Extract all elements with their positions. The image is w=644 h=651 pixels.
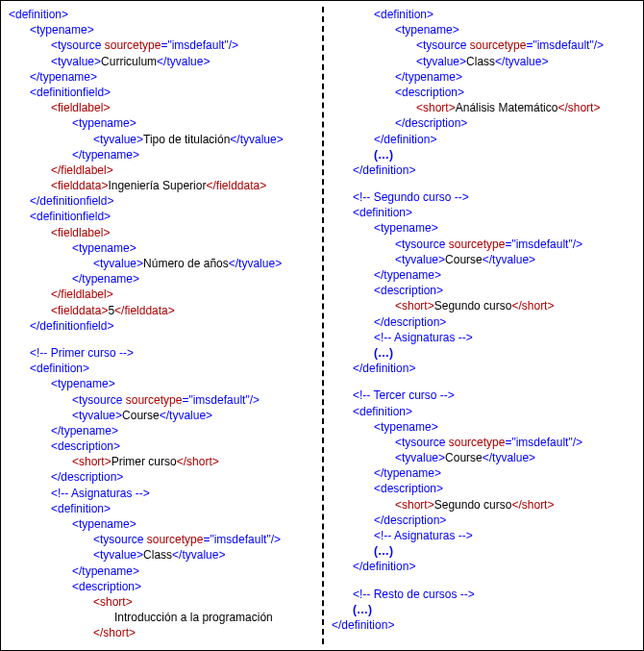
xml-text-intro-prog: Introducción a la programación (114, 610, 314, 625)
xml-comment-segundo: <!-- Segundo curso --> (353, 189, 635, 205)
xml-fielddata-1: <fielddata>Ingeniería Superior</fielddat… (51, 178, 314, 193)
xml-open-description: <description> (72, 579, 314, 594)
xml-open-definition: <definition> (30, 361, 314, 376)
xml-tysource: <tysource sourcetype="imsdefault"/> (72, 392, 314, 408)
xml-tyvalue-field2: <tyvalue>Número de años</tyvalue> (93, 256, 314, 271)
xml-short-tercer: <short>Segundo curso</short> (395, 497, 635, 513)
xml-open-description: <description> (51, 438, 314, 454)
ellipsis: (…) (374, 543, 635, 559)
ellipsis: (…) (374, 147, 635, 163)
xml-open-description: <description> (374, 481, 635, 496)
xml-close-typename: </typename> (72, 563, 314, 579)
xml-comment-resto: <!-- Resto de cursos --> (353, 587, 635, 602)
xml-open-definition: <definition> (353, 205, 635, 220)
xml-open-fieldlabel: <fieldlabel> (51, 225, 314, 240)
xml-comment-primer: <!-- Primer curso --> (30, 345, 314, 361)
ellipsis: (…) (353, 602, 635, 617)
xml-close-typename: </typename> (395, 69, 635, 85)
left-column: <definition> <typename> <tysource source… (9, 7, 322, 644)
xml-tyvalue-course: <tyvalue>Course</tyvalue> (395, 252, 635, 267)
xml-close-description: </description> (374, 513, 635, 528)
xml-close-definition: </definition> (332, 617, 635, 633)
xml-close-definition: </definition> (374, 132, 635, 147)
xml-close-description: </description> (374, 314, 635, 330)
xml-code-document: <definition> <typename> <tysource source… (0, 0, 644, 651)
xml-open-definitionfield: <definitionfield> (30, 85, 314, 100)
xml-tysource: <tysource sourcetype="imsdefault"/> (51, 38, 314, 53)
xml-open-description: <description> (374, 283, 635, 298)
xml-tysource: <tysource sourcetype="imsdefault"/> (416, 38, 635, 53)
xml-close-typename: </typename> (30, 69, 314, 85)
xml-comment-asignaturas: <!-- Asignaturas --> (51, 486, 314, 501)
xml-close-definitionfield: </definitionfield> (30, 193, 314, 209)
columns: <definition> <typename> <tysource source… (9, 7, 635, 644)
xml-open-definition: <definition> (353, 404, 635, 419)
xml-open-typename: <typename> (72, 516, 314, 532)
xml-tyvalue-course: <tyvalue>Course</tyvalue> (395, 450, 635, 465)
xml-close-fieldlabel: </fieldlabel> (51, 163, 314, 178)
xml-open-typename: <typename> (72, 240, 314, 256)
xml-open-typename: <typename> (51, 376, 314, 391)
xml-fielddata-2: <fielddata>5</fielddata> (51, 303, 314, 318)
xml-tyvalue-class: <tyvalue>Class</tyvalue> (93, 547, 314, 563)
xml-open-description: <description> (395, 85, 635, 100)
xml-comment-tercer: <!-- Tercer curso --> (353, 388, 635, 403)
xml-open-typename: <typename> (395, 22, 635, 38)
xml-tyvalue-field1: <tyvalue>Tipo de titulación</tyvalue> (93, 132, 314, 147)
xml-open-typename: <typename> (374, 220, 635, 236)
xml-comment-asignaturas: <!-- Asignaturas --> (374, 528, 635, 543)
xml-short-primer: <short>Primer curso</short> (72, 454, 314, 469)
xml-close-definition: </definition> (353, 559, 635, 574)
xml-close-definition: </definition> (353, 163, 635, 178)
xml-open-definition: <definition> (9, 7, 314, 22)
xml-short-segundo: <short>Segundo curso</short> (395, 298, 635, 313)
xml-close-description: </description> (72, 641, 314, 645)
xml-close-description: </description> (51, 469, 314, 485)
xml-tyvalue-curriculum: <tyvalue>Curriculum</tyvalue> (51, 54, 314, 69)
xml-close-definitionfield: </definitionfield> (30, 318, 314, 334)
xml-close-typename: </typename> (72, 271, 314, 287)
xml-open-fieldlabel: <fieldlabel> (51, 100, 314, 115)
xml-tyvalue-course: <tyvalue>Course</tyvalue> (72, 408, 314, 423)
xml-close-typename: </typename> (374, 465, 635, 481)
xml-open-definition: <definition> (51, 501, 314, 516)
xml-close-short: </short> (93, 625, 314, 640)
xml-open-typename: <typename> (30, 22, 314, 38)
xml-close-definition: </definition> (353, 361, 635, 376)
xml-close-description: </description> (395, 115, 635, 131)
xml-tysource: <tysource sourcetype="imsdefault"/> (93, 532, 314, 547)
ellipsis: (…) (374, 345, 635, 361)
xml-tyvalue-class: <tyvalue>Class</tyvalue> (416, 54, 635, 69)
xml-close-typename: </typename> (374, 267, 635, 283)
xml-close-typename: </typename> (51, 423, 314, 438)
xml-open-short: <short> (93, 594, 314, 610)
xml-tysource: <tysource sourcetype="imsdefault"/> (395, 435, 635, 450)
xml-short-analisis: <short>Análisis Matemático</short> (416, 100, 635, 115)
xml-tysource: <tysource sourcetype="imsdefault"/> (395, 237, 635, 252)
xml-open-typename: <typename> (72, 115, 314, 131)
xml-open-typename: <typename> (374, 419, 635, 435)
right-column: <definition> <typename> <tysource source… (322, 7, 635, 644)
xml-close-fieldlabel: </fieldlabel> (51, 287, 314, 302)
xml-comment-asignaturas: <!-- Asignaturas --> (374, 330, 635, 345)
xml-close-typename: </typename> (72, 147, 314, 163)
xml-open-definitionfield: <definitionfield> (30, 209, 314, 224)
xml-open-definition: <definition> (374, 7, 635, 22)
